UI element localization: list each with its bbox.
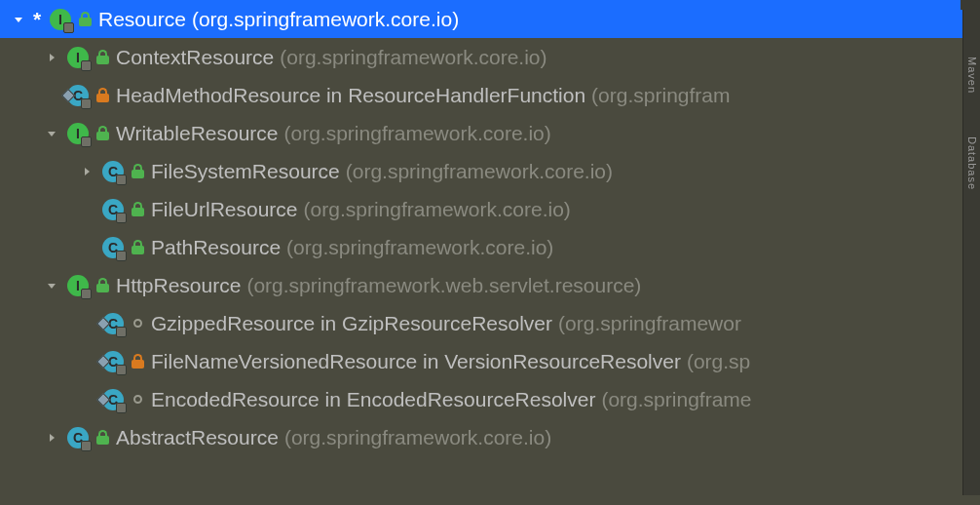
class-name: FileNameVersionedResource in VersionReso… <box>151 350 681 373</box>
class-icon: C <box>101 388 125 411</box>
tree-row-resource[interactable]: *IResource(org.springframework.core.io) <box>0 0 980 38</box>
tree-row-gzipped-resource[interactable]: CGzippedResource in GzipResourceResolver… <box>0 304 980 342</box>
tree-row-filename-versioned-resource[interactable]: CFileNameVersionedResource in VersionRes… <box>0 342 980 380</box>
package-private-icon <box>130 316 145 331</box>
public-lock-icon <box>77 12 93 27</box>
class-name: FileSystemResource <box>151 160 340 183</box>
class-name: AbstractResource <box>116 426 279 449</box>
public-lock-icon <box>130 240 145 255</box>
tree-row-file-system-resource[interactable]: CFileSystemResource(org.springframework.… <box>0 152 980 190</box>
class-name: ContextResource <box>116 46 274 69</box>
public-lock-icon <box>94 50 110 65</box>
tree-row-head-method-resource[interactable]: CHeadMethodResource in ResourceHandlerFu… <box>0 76 980 114</box>
tab-fragment <box>961 0 980 10</box>
expand-arrow[interactable] <box>41 432 62 444</box>
package-label: (org.springframewor <box>558 312 741 335</box>
interface-icon: I <box>66 46 90 69</box>
package-label: (org.springframework.core.io) <box>284 426 551 449</box>
tree-row-abstract-resource[interactable]: CAbstractResource(org.springframework.co… <box>0 418 980 456</box>
class-name: FileUrlResource <box>151 198 298 221</box>
expand-arrow[interactable] <box>41 52 62 63</box>
expand-arrow[interactable] <box>41 280 62 291</box>
tree-row-http-resource[interactable]: IHttpResource(org.springframework.web.se… <box>0 266 980 304</box>
package-label: (org.sp <box>687 350 750 373</box>
class-name: WritableResource <box>116 122 279 145</box>
expand-arrow[interactable] <box>41 128 62 139</box>
package-label: (org.springfram <box>591 84 730 107</box>
class-icon: C <box>66 84 90 107</box>
package-label: (org.springframework.core.io) <box>280 46 547 69</box>
class-icon: C <box>101 198 125 221</box>
package-label: (org.springframework.core.io) <box>284 122 551 145</box>
package-label: (org.springframe <box>601 388 751 411</box>
class-name: GzippedResource in GzipResourceResolver <box>151 312 552 335</box>
database-tool-tab[interactable]: Database <box>966 136 978 190</box>
class-name: EncodedResource in EncodedResourceResolv… <box>151 388 595 411</box>
private-lock-icon <box>130 354 145 369</box>
expand-arrow[interactable] <box>8 14 29 25</box>
package-private-icon <box>130 392 145 408</box>
right-tool-stripe: Maven Database <box>962 10 980 495</box>
public-lock-icon <box>94 430 110 446</box>
class-icon: C <box>66 426 90 449</box>
class-icon: C <box>101 160 125 183</box>
private-lock-icon <box>94 88 110 103</box>
tree-row-file-url-resource[interactable]: CFileUrlResource(org.springframework.cor… <box>0 190 980 228</box>
package-label: (org.springframework.core.io) <box>304 198 571 221</box>
class-name: HttpResource <box>116 274 241 297</box>
class-icon: C <box>101 350 125 373</box>
tree-row-path-resource[interactable]: CPathResource(org.springframework.core.i… <box>0 228 980 266</box>
interface-icon: I <box>66 122 90 145</box>
class-icon: C <box>101 236 125 259</box>
tree-row-writable-resource[interactable]: IWritableResource(org.springframework.co… <box>0 114 980 152</box>
interface-icon: I <box>66 274 90 297</box>
hierarchy-tree: *IResource(org.springframework.core.io)I… <box>0 0 980 456</box>
package-label: (org.springframework.core.io) <box>346 160 613 183</box>
public-lock-icon <box>130 202 145 217</box>
public-lock-icon <box>94 126 110 141</box>
public-lock-icon <box>130 164 145 179</box>
package-label: (org.springframework.web.servlet.resourc… <box>246 274 641 297</box>
public-lock-icon <box>94 278 110 293</box>
class-name: Resource <box>98 8 186 31</box>
package-label: (org.springframework.core.io) <box>286 236 553 259</box>
class-icon: C <box>101 312 125 335</box>
class-name: HeadMethodResource in ResourceHandlerFun… <box>116 84 585 107</box>
package-label: (org.springframework.core.io) <box>192 8 459 31</box>
star-marker: * <box>29 8 45 31</box>
expand-arrow[interactable] <box>76 166 97 177</box>
maven-tool-tab[interactable]: Maven <box>966 57 978 94</box>
tree-row-context-resource[interactable]: IContextResource(org.springframework.cor… <box>0 38 980 76</box>
tree-row-encoded-resource[interactable]: CEncodedResource in EncodedResourceResol… <box>0 380 980 418</box>
class-name: PathResource <box>151 236 281 259</box>
interface-icon: I <box>49 8 72 31</box>
